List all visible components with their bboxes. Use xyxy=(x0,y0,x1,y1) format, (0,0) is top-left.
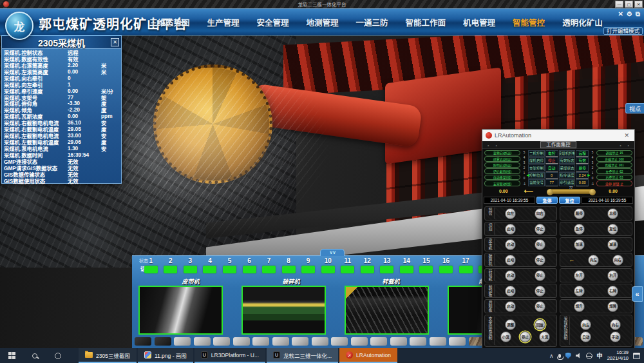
control-button[interactable]: 右转 xyxy=(607,286,618,297)
notification-center-icon[interactable] xyxy=(633,353,640,359)
filmstrip-chip[interactable] xyxy=(155,337,171,346)
control-button[interactable]: 停止 xyxy=(535,270,545,281)
filmstrip-chip[interactable] xyxy=(370,337,387,346)
speaker-icon[interactable] xyxy=(576,353,582,358)
control-button[interactable]: 加速 xyxy=(574,239,585,250)
taskbar-item[interactable]: ULR3DPlatform - U... xyxy=(194,348,265,363)
nav-item[interactable]: 地测管理 xyxy=(307,16,339,28)
lr-mode-button[interactable]: 照明启动(远) xyxy=(484,162,520,168)
start-button[interactable] xyxy=(0,348,23,363)
cortana-button[interactable] xyxy=(46,348,70,363)
restore-icon[interactable]: ⧉ xyxy=(636,10,640,18)
control-button[interactable]: 回放 xyxy=(535,319,545,330)
control-button[interactable]: 左转 xyxy=(574,286,585,297)
control-button[interactable]: 停止 xyxy=(535,301,545,312)
minimize-icon[interactable]: — xyxy=(615,1,623,8)
emergency-stop-button[interactable]: 急停 xyxy=(536,197,558,204)
taskbar-item[interactable]: 11.png - 画图 xyxy=(138,348,193,363)
control-button[interactable]: 手动 xyxy=(610,331,621,342)
control-button[interactable]: 启动 xyxy=(505,301,516,312)
lr-estop-button[interactable]: 急停 闭锁 止 xyxy=(596,181,632,186)
settings-gear-icon[interactable]: ⚙ xyxy=(627,10,632,18)
filmstrip-chip[interactable] xyxy=(252,337,269,346)
filmstrip-chip[interactable] xyxy=(135,337,151,346)
lr-mode-button[interactable]: 喷雾启动(远) xyxy=(484,156,520,162)
reset-button[interactable]: 复位 xyxy=(559,197,580,204)
control-button[interactable]: 启动 xyxy=(505,270,516,281)
lr-mode-button[interactable]: 调高禁止 15 xyxy=(596,150,632,156)
filmstrip-chip[interactable] xyxy=(390,337,407,346)
collapse-down-icon[interactable]: ∨∨ xyxy=(320,249,345,256)
security-shield-icon[interactable] xyxy=(565,353,571,359)
filmstrip-chip[interactable] xyxy=(430,337,446,346)
viewpoint-tab[interactable]: 视点 xyxy=(625,103,644,113)
tray-expand-icon[interactable]: ∧ xyxy=(549,353,554,359)
lr-mode-button[interactable]: 左截禁止 160 xyxy=(596,156,632,162)
filmstrip-chip[interactable] xyxy=(194,337,211,346)
camera-thumb[interactable] xyxy=(242,286,326,335)
control-button[interactable]: 复位 xyxy=(607,224,618,235)
close-icon[interactable]: ✕ xyxy=(111,38,119,46)
panel-collapse-left-icon[interactable]: « xyxy=(632,286,643,302)
lr-mode-button[interactable]: 记忆截割(组) xyxy=(484,168,520,174)
control-button[interactable]: 向左 xyxy=(580,319,591,330)
control-button[interactable]: 启动 xyxy=(505,286,516,297)
clock[interactable]: 16:39 2021/4/10 xyxy=(607,350,629,361)
taskbar-item[interactable]: 2305三维截图 xyxy=(79,348,137,363)
lr-mode-button[interactable]: 右牵禁止 63 xyxy=(596,175,632,181)
control-button[interactable]: 煤升 xyxy=(574,301,585,312)
ime-indicator[interactable]: 中 xyxy=(597,351,603,360)
network-icon[interactable] xyxy=(586,353,592,359)
tab-face-control[interactable]: 工作面集控 xyxy=(540,141,576,148)
close-icon[interactable]: ✕ xyxy=(622,132,631,139)
lr-mode-button[interactable]: 自动移架(组) xyxy=(484,175,520,181)
control-button[interactable]: 顺停 xyxy=(574,208,585,219)
control-button[interactable]: 向右 xyxy=(612,255,623,266)
open-edit-mode-button[interactable]: 打开编辑模式 xyxy=(603,27,643,35)
filmstrip-chip[interactable] xyxy=(331,337,348,346)
control-button[interactable]: 停止 xyxy=(535,255,545,266)
filmstrip-chip[interactable] xyxy=(410,337,426,346)
filmstrip-chip[interactable] xyxy=(351,337,368,346)
control-button[interactable]: 向左 xyxy=(505,208,516,219)
control-button[interactable]: 总停 xyxy=(607,208,618,219)
microphone-icon[interactable] xyxy=(558,354,561,358)
control-button[interactable]: 启动 xyxy=(505,255,516,266)
filmstrip-chip[interactable] xyxy=(174,337,191,346)
nav-item[interactable]: 三维态势图 xyxy=(149,16,190,28)
filmstrip-chip[interactable] xyxy=(449,337,466,346)
control-button[interactable]: 减速 xyxy=(607,239,618,250)
control-button[interactable]: 急停 xyxy=(574,224,585,235)
control-button[interactable]: 向右 xyxy=(535,208,545,219)
filmstrip-chip[interactable] xyxy=(213,337,230,346)
taskbar-item[interactable]: 〆LRAutomation xyxy=(339,348,397,363)
lr-titlebar[interactable]: LRAutomation ✕ xyxy=(482,130,634,141)
filmstrip-chip[interactable] xyxy=(272,337,289,346)
control-button[interactable]: 调整 xyxy=(505,319,516,330)
maximize-icon[interactable]: ▢ xyxy=(625,1,633,8)
nav-item[interactable]: 一通三防 xyxy=(356,16,388,28)
control-button[interactable]: 左开 xyxy=(574,270,585,281)
nav-item[interactable]: 智能管控 xyxy=(513,16,545,28)
control-button[interactable]: 启动 xyxy=(505,224,516,235)
tools-icon[interactable]: ✕ xyxy=(618,10,623,18)
control-button[interactable]: 大流 xyxy=(539,331,550,342)
camera-thumb[interactable] xyxy=(138,286,223,335)
control-button[interactable]: 煤降 xyxy=(607,301,618,312)
nav-item[interactable]: 安全管理 xyxy=(257,16,289,28)
control-button[interactable]: 自动 xyxy=(580,331,591,342)
control-button[interactable]: 小流 xyxy=(500,331,511,342)
control-button[interactable]: 停止 xyxy=(535,286,545,297)
nav-item[interactable]: 机电管理 xyxy=(463,16,495,28)
control-button[interactable]: 向左 xyxy=(588,255,599,266)
filmstrip-chip[interactable] xyxy=(292,337,308,346)
search-button[interactable] xyxy=(23,348,46,363)
taskbar-item[interactable]: U龙软二三维一体化... xyxy=(267,348,338,363)
filmstrip-chip[interactable] xyxy=(233,337,250,346)
nav-item[interactable]: 生产管理 xyxy=(207,16,240,28)
control-button[interactable]: 向右 xyxy=(610,319,621,330)
lr-mode-button[interactable]: 右截禁止 161 xyxy=(596,162,632,168)
control-button[interactable]: 停止 xyxy=(535,239,545,250)
control-button[interactable]: 停止 xyxy=(520,331,531,342)
nav-item[interactable]: 智能工作面 xyxy=(406,16,446,28)
